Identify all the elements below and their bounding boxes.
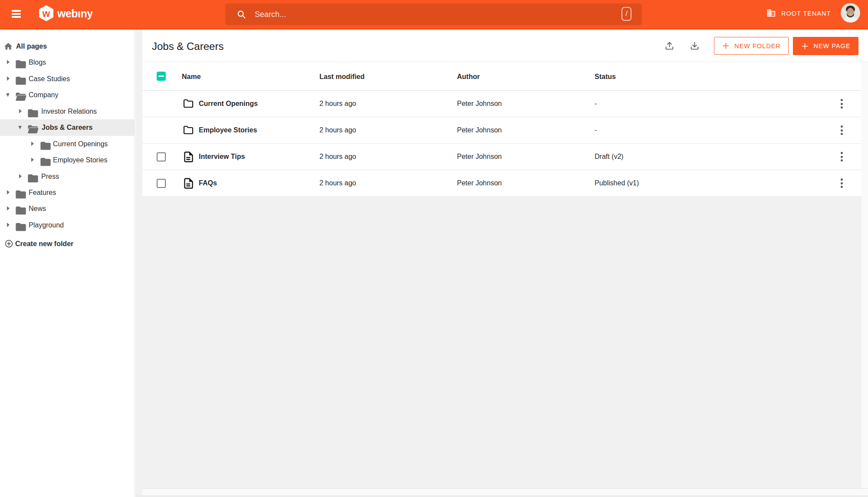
svg-text:w: w [42,8,50,19]
